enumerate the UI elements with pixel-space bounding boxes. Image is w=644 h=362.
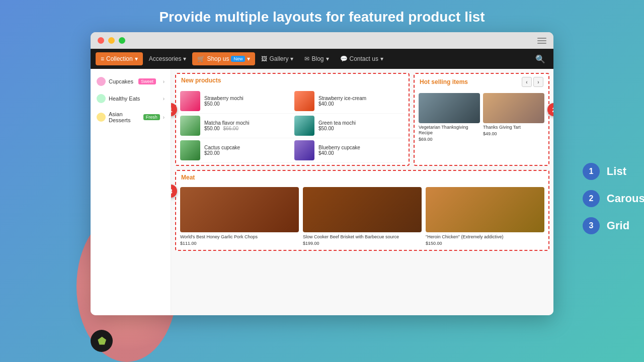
hot-item-2[interactable]: Thanks Giving Tart $49.00: [483, 93, 544, 142]
product-item-3[interactable]: Cactus cupcake $20.00 Blueberry cupcake …: [180, 138, 405, 163]
product-thumb-1: [180, 91, 200, 111]
minimize-dot[interactable]: [108, 37, 115, 44]
fresh-badge: Fresh: [143, 114, 160, 120]
sweet-badge: Sweet: [138, 78, 156, 84]
product-info-6: Blueberry cupcake $40.00: [318, 145, 405, 156]
meat-grid: World's Best Honey Garlic Pork Chops $11…: [176, 184, 548, 250]
carousel-prev[interactable]: ‹: [522, 77, 532, 87]
hot-selling-title: Hot selling items: [420, 78, 468, 85]
meat-img-3: [426, 187, 544, 232]
meat-title: Meat: [181, 174, 195, 181]
product-info-4: Green tea mochi $50.00: [318, 120, 405, 131]
product-info-1: Strawberry mochi $50.00: [204, 96, 290, 107]
product-thumb-4: [294, 116, 314, 136]
arrow-icon: ›: [163, 96, 165, 102]
meat-item-2[interactable]: Slow Cooker Beef Brisket with Barbecue s…: [303, 187, 422, 246]
close-dot[interactable]: [98, 37, 104, 44]
hot-selling-grid: Vegetarian Thanksgiving Recipe $69.00 Th…: [415, 90, 548, 145]
hot-img-2: [483, 93, 544, 123]
legend-item-grid: 3 Grid: [583, 217, 644, 234]
new-products-section: New products Strawberry mochi $50.00: [175, 73, 410, 166]
new-products-header: New products: [176, 74, 409, 87]
product-item-1[interactable]: Strawberry mochi $50.00 Strawberry ice-c…: [180, 89, 405, 114]
sidebar-item-asian[interactable]: Asian Desserts Fresh ›: [91, 107, 171, 127]
legend-label-list: List: [607, 165, 626, 178]
nav-accessories[interactable]: Accessories ▾: [144, 52, 192, 65]
meat-section: Meat World's Best Honey Garlic Pork Chop…: [175, 170, 549, 251]
new-products-title: New products: [181, 77, 221, 84]
maximize-dot[interactable]: [119, 37, 125, 44]
product-thumb-6: [294, 140, 314, 160]
meat-img-1: [180, 187, 299, 232]
nav-gallery[interactable]: 🖼 Gallery ▾: [256, 52, 298, 65]
right-legend: 1 List 2 Carousel 3 Grid: [583, 163, 644, 234]
product-thumb-3: [180, 116, 200, 136]
content-area: 1 2 3 New products: [171, 69, 553, 315]
sidebar-item-healthy[interactable]: Healthy Eats ›: [91, 90, 171, 107]
carousel-next[interactable]: ›: [533, 77, 543, 87]
nav-blog[interactable]: ✉ Blog ▾: [299, 52, 334, 65]
browser-chrome: [91, 32, 553, 49]
shopify-badge[interactable]: ⬟: [91, 330, 113, 352]
hot-selling-section: Hot selling items ‹ › Vegeta: [414, 73, 549, 166]
product-info-2: Strawberry ice-cream $40.00: [318, 96, 405, 107]
product-thumb-2: [294, 91, 314, 111]
meat-img-2: [303, 187, 422, 232]
page-title: Provide multiple layouts for featured pr…: [149, 0, 495, 32]
legend-num-2: 2: [583, 190, 600, 207]
main-content: Cupcakes Sweet › Healthy Eats › Asian De…: [91, 69, 553, 315]
product-item-2[interactable]: Matcha flavor mochi $50.00 $66.00: [180, 114, 405, 138]
carousel-nav: ‹ ›: [522, 77, 543, 87]
arrow-icon: ›: [163, 79, 165, 84]
hot-selling-header: Hot selling items ‹ ›: [415, 74, 548, 90]
sidebar: Cupcakes Sweet › Healthy Eats › Asian De…: [91, 69, 171, 315]
hot-item-1[interactable]: Vegetarian Thanksgiving Recipe $69.00: [419, 93, 480, 142]
nav-shopus[interactable]: 🛒 Shop us New ▾: [192, 52, 255, 65]
nav-bar: ≡ Collection ▾ Accessories ▾ 🛒 Shop us N…: [91, 49, 553, 69]
product-thumb-5: [180, 140, 200, 160]
legend-num-1: 1: [583, 163, 600, 180]
new-products-list: Strawberry mochi $50.00 Strawberry ice-c…: [176, 87, 409, 165]
menu-icon[interactable]: [537, 38, 546, 44]
legend-item-list: 1 List: [583, 163, 644, 180]
legend-label-carousel: Carousel: [607, 192, 644, 205]
meat-item-3[interactable]: "Heroin Chicken" (Extremely addictive) $…: [426, 187, 544, 246]
top-sections: New products Strawberry mochi $50.00: [175, 73, 549, 166]
product-info-3: Matcha flavor mochi $50.00 $66.00: [204, 120, 290, 131]
hot-img-1: [419, 93, 480, 123]
nav-collection[interactable]: ≡ Collection ▾: [96, 52, 143, 65]
legend-num-3: 3: [583, 217, 600, 234]
product-info-5: Cactus cupcake $20.00: [204, 145, 290, 156]
sidebar-item-cupcakes[interactable]: Cupcakes Sweet ›: [91, 73, 171, 90]
legend-label-grid: Grid: [607, 219, 629, 232]
meat-item-1[interactable]: World's Best Honey Garlic Pork Chops $11…: [180, 187, 299, 246]
legend-item-carousel: 2 Carousel: [583, 190, 644, 207]
nav-contact[interactable]: 💬 Contact us ▾: [335, 52, 388, 65]
meat-header: Meat: [176, 171, 548, 184]
arrow-icon: ›: [163, 115, 165, 120]
nav-search-icon[interactable]: 🔍: [532, 51, 548, 67]
